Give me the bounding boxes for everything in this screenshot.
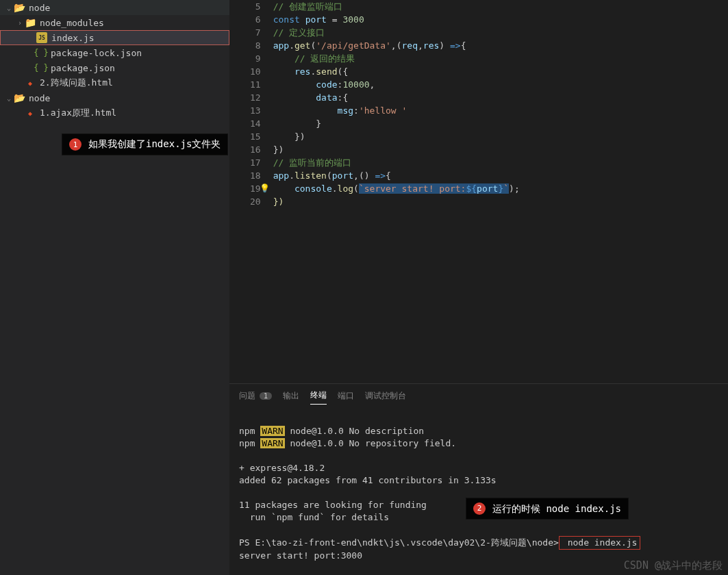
terminal-output[interactable]: npm WARN node@1.0.0 No description npm W… bbox=[229, 410, 728, 575]
tree-item-2.跨域问题.html[interactable]: ◆2.跨域问题.html bbox=[0, 75, 229, 90]
tree-label: node_modules bbox=[40, 18, 104, 28]
tree-item-node_modules[interactable]: ›📁node_modules bbox=[0, 15, 229, 30]
json-icon: { } bbox=[36, 62, 47, 73]
line-number: 5 bbox=[250, 0, 261, 13]
line-number: 17 bbox=[250, 156, 261, 169]
code-line[interactable]: }) bbox=[273, 143, 520, 156]
chevron-down-icon: ⌄ bbox=[4, 94, 14, 102]
panel-tabs: 问题1输出终端端口调试控制台 bbox=[229, 384, 728, 410]
panel-tab-端口[interactable]: 端口 bbox=[338, 389, 354, 405]
folder-lib-icon: 📁 bbox=[25, 17, 36, 28]
chevron-right-icon: › bbox=[15, 19, 25, 27]
code-line[interactable]: }) bbox=[273, 195, 520, 208]
code-line[interactable]: } bbox=[273, 117, 520, 130]
folder-icon: 📂 bbox=[14, 92, 25, 103]
tree-item-node[interactable]: ⌄📂node bbox=[0, 90, 229, 105]
line-number: 6 bbox=[250, 13, 261, 26]
line-number: 18 bbox=[250, 169, 261, 182]
terminal-line: 11 packages are looking for funding run … bbox=[239, 500, 427, 522]
js-icon: JS bbox=[36, 32, 47, 43]
json-icon: { } bbox=[36, 47, 47, 58]
code-line[interactable]: const port = 3000 bbox=[273, 13, 520, 26]
terminal-command: node index.js bbox=[559, 536, 641, 550]
panel-tab-问题[interactable]: 问题1 bbox=[239, 389, 272, 405]
tree-item-package-lock.json[interactable]: { }package-lock.json bbox=[0, 45, 229, 60]
annotation-badge: 2 bbox=[473, 502, 486, 515]
panel-tab-调试控制台[interactable]: 调试控制台 bbox=[365, 389, 406, 405]
line-number: 9 bbox=[250, 52, 261, 65]
tree-item-package.json[interactable]: { }package.json bbox=[0, 60, 229, 75]
tree-label: package.json bbox=[51, 63, 115, 73]
panel-tab-label: 调试控制台 bbox=[365, 390, 406, 402]
code-line[interactable]: app.get('/api/getData',(req,res) =>{ bbox=[273, 39, 520, 52]
code-editor[interactable]: 567891011121314151617181920 // 创建监听端口con… bbox=[229, 0, 728, 383]
panel-tab-label: 问题 bbox=[239, 390, 255, 402]
line-number: 11 bbox=[250, 78, 261, 91]
code-line[interactable]: }) bbox=[273, 130, 520, 143]
panel-tab-label: 端口 bbox=[338, 390, 354, 402]
html-icon: ◆ bbox=[25, 77, 36, 88]
panel-tab-label: 终端 bbox=[310, 389, 327, 401]
badge: 1 bbox=[260, 392, 272, 400]
panel-tab-输出[interactable]: 输出 bbox=[283, 389, 299, 405]
tree-label: package-lock.json bbox=[51, 48, 142, 58]
terminal-line: server start! port:3000 bbox=[239, 550, 362, 561]
code-line[interactable]: // 创建监听端口 bbox=[273, 0, 520, 13]
folder-icon: 📂 bbox=[14, 2, 25, 13]
tree-item-node[interactable]: ⌄📂node bbox=[0, 0, 229, 15]
code-line[interactable]: app.listen(port,() =>{ bbox=[273, 169, 520, 182]
code-line[interactable]: res.send({ bbox=[273, 65, 520, 78]
panel-tab-label: 输出 bbox=[283, 390, 299, 402]
tree-label: node bbox=[29, 93, 50, 103]
tree-item-1.ajax原理.html[interactable]: ◆1.ajax原理.html bbox=[0, 105, 229, 120]
annotation-text: 如果我创建了index.js文件夹 bbox=[88, 138, 221, 151]
terminal-line: + express@4.18.2 added 62 packages from … bbox=[239, 463, 497, 485]
code-line[interactable]: // 监听当前的端口 bbox=[273, 156, 520, 169]
line-number: 15 bbox=[250, 130, 261, 143]
panel-tab-终端[interactable]: 终端 bbox=[310, 389, 327, 405]
annotation-2: 2 运行的时候 node index.js bbox=[466, 498, 629, 520]
code-line[interactable]: // 返回的结果 bbox=[273, 52, 520, 65]
tree-label: index.js bbox=[51, 33, 95, 43]
chevron-down-icon: ⌄ bbox=[4, 4, 14, 12]
code-line[interactable]: code:10000, bbox=[273, 78, 520, 91]
lightbulb-icon[interactable]: 💡 bbox=[260, 182, 270, 195]
code-line[interactable]: data:{ bbox=[273, 91, 520, 104]
code-line[interactable]: msg:'hellow ' bbox=[273, 104, 520, 117]
file-explorer: ⌄📂node›📁node_modulesJSindex.js{ }package… bbox=[0, 0, 229, 575]
code-line[interactable]: // 定义接口 bbox=[273, 26, 520, 39]
line-number: 20 bbox=[250, 195, 261, 208]
bottom-panel: 问题1输出终端端口调试控制台 npm WARN node@1.0.0 No de… bbox=[229, 383, 728, 575]
watermark: CSDN @战斗中的老段 bbox=[624, 559, 723, 572]
line-number: 14 bbox=[250, 117, 261, 130]
code-area[interactable]: // 创建监听端口const port = 3000// 定义接口app.get… bbox=[273, 0, 520, 383]
tree-item-index.js[interactable]: JSindex.js bbox=[0, 30, 229, 45]
html-icon: ◆ bbox=[25, 107, 36, 118]
terminal-line: npm WARN node@1.0.0 No description bbox=[239, 426, 424, 436]
annotation-text: 运行的时候 node index.js bbox=[492, 502, 621, 515]
tree-label: 1.ajax原理.html bbox=[40, 107, 116, 119]
line-number: 8 bbox=[250, 39, 261, 52]
code-line[interactable]: 💡 console.log(`server start! port:${port… bbox=[273, 182, 520, 195]
tree-label: node bbox=[29, 3, 50, 13]
terminal-line: npm WARN node@1.0.0 No repository field. bbox=[239, 438, 456, 448]
line-number: 12 bbox=[250, 91, 261, 104]
line-number: 16 bbox=[250, 143, 261, 156]
line-number: 7 bbox=[250, 26, 261, 39]
line-number: 10 bbox=[250, 65, 261, 78]
annotation-1: 1 如果我创建了index.js文件夹 bbox=[62, 133, 228, 155]
tree-label: 2.跨域问题.html bbox=[40, 77, 113, 89]
annotation-badge: 1 bbox=[69, 138, 81, 151]
line-number: 13 bbox=[250, 104, 261, 117]
terminal-prompt: PS E:\tao-zi-front-end\ndkt\js\.vscode\d… bbox=[239, 537, 559, 548]
